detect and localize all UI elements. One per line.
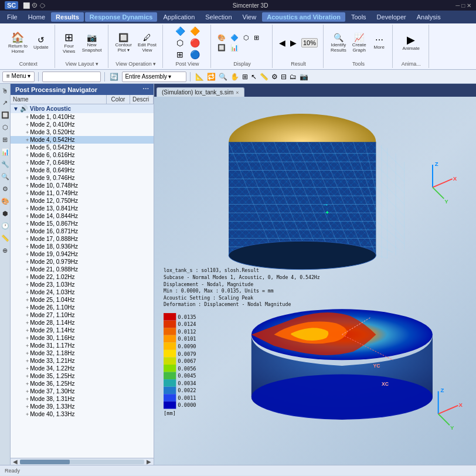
- tree-item[interactable]: +Mode 13, 0.841Hz: [11, 205, 154, 212]
- tree-root-item[interactable]: ▼ 🔊 Vibro Acoustic: [11, 104, 154, 113]
- prev-result-btn[interactable]: ◀: [277, 38, 287, 48]
- disp6[interactable]: 📊: [229, 43, 240, 52]
- navigator-tree[interactable]: ▼ 🔊 Vibro Acoustic +Mode 1, 0.410Hz+Mode…: [11, 104, 154, 458]
- tree-item[interactable]: +Mode 10, 0.748Hz: [11, 182, 154, 189]
- display-btn2[interactable]: ⬡: [174, 38, 187, 48]
- tree-item[interactable]: +Mode 16, 0.871Hz: [11, 227, 154, 235]
- left-ruler-icon[interactable]: 📏: [0, 233, 11, 243]
- tree-item[interactable]: +Mode 3, 0.520Hz: [11, 128, 154, 136]
- tree-item[interactable]: +Mode 29, 1.14Hz: [11, 327, 154, 334]
- disp2[interactable]: 🔷: [229, 33, 240, 42]
- tree-item[interactable]: +Mode 15, 0.867Hz: [11, 220, 154, 227]
- left-gear-icon[interactable]: ⚙: [1, 184, 9, 194]
- left-arrow-icon[interactable]: ↗: [1, 98, 9, 108]
- toolbar-icon1[interactable]: 🔄: [108, 72, 120, 81]
- toolbar-pan-icon[interactable]: ✋: [229, 72, 240, 81]
- nav-scroll-left[interactable]: ◀: [13, 458, 18, 465]
- tree-item[interactable]: +Mode 37, 1.30Hz: [11, 387, 154, 395]
- animate-button[interactable]: ▶ Animate: [400, 33, 422, 52]
- left-settings-icon[interactable]: 🔧: [0, 159, 11, 169]
- tree-item[interactable]: +Mode 24, 1.03Hz: [11, 288, 154, 296]
- toolbar-rotate-icon[interactable]: 🔁: [206, 72, 217, 81]
- toolbar-measure-icon[interactable]: 📏: [259, 72, 270, 81]
- disp4[interactable]: ⊞: [252, 33, 261, 42]
- tree-item[interactable]: +Mode 23, 1.03Hz: [11, 281, 154, 288]
- tree-item[interactable]: +Mode 30, 1.16Hz: [11, 334, 154, 342]
- menu-item-developer[interactable]: Developer: [372, 12, 411, 22]
- tree-item[interactable]: +Mode 9, 0.746Hz: [11, 174, 154, 182]
- menu-item-file[interactable]: File: [2, 12, 22, 22]
- display-btn3[interactable]: ⊞: [174, 49, 187, 60]
- menu-item-selection[interactable]: Selection: [200, 12, 236, 22]
- contour-plot-button[interactable]: 🔲 ContourPlot ▾: [113, 32, 134, 54]
- left-box-icon[interactable]: 🔲: [0, 110, 11, 120]
- toolbar-camera-icon[interactable]: 📷: [298, 72, 310, 81]
- menu-button[interactable]: ≡ Menu ▾: [2, 72, 35, 82]
- tree-item[interactable]: +Mode 35, 1.25Hz: [11, 372, 154, 380]
- left-hex-icon[interactable]: ⬢: [1, 209, 9, 219]
- tree-item[interactable]: +Mode 1, 0.410Hz: [11, 113, 154, 121]
- left-cursor-icon[interactable]: 🖱: [1, 86, 9, 96]
- simulation-tab[interactable]: (Simulation) lox_tank_s.sim ×: [157, 87, 244, 97]
- tree-item[interactable]: +Mode 19, 0.942Hz: [11, 250, 154, 258]
- tree-item[interactable]: +Mode 39, 1.33Hz: [11, 403, 154, 410]
- left-paint-icon[interactable]: 🎨: [0, 196, 11, 206]
- tree-item[interactable]: +Mode 7, 0.648Hz: [11, 159, 154, 166]
- create-graph-button[interactable]: 📈 CreateGraph: [350, 32, 369, 54]
- toolbar-select-icon[interactable]: ↖: [250, 72, 258, 81]
- tree-item[interactable]: +Mode 36, 1.25Hz: [11, 380, 154, 387]
- toolbar-layer-icon[interactable]: 🗂: [288, 72, 298, 81]
- display-btn6[interactable]: 🔵: [188, 49, 202, 60]
- tree-item[interactable]: +Mode 4, 0.542Hz: [11, 136, 154, 144]
- nav-scroll-right[interactable]: ▶: [147, 458, 151, 465]
- tree-item[interactable]: +Mode 6, 0.616Hz: [11, 151, 154, 159]
- assembly-dropdown[interactable]: Entire Assembly ▾: [122, 72, 186, 82]
- left-plus-icon[interactable]: ⊕: [1, 246, 9, 256]
- tree-item[interactable]: +Mode 40, 1.33Hz: [11, 410, 154, 418]
- left-search-icon[interactable]: 🔍: [0, 172, 11, 182]
- left-clock-icon[interactable]: 🕐: [0, 221, 11, 231]
- tree-item[interactable]: +Mode 26, 1.10Hz: [11, 304, 154, 311]
- menu-item-tools[interactable]: Tools: [346, 12, 371, 22]
- toolbar-snap-icon[interactable]: 📐: [194, 72, 205, 81]
- tree-item[interactable]: +Mode 38, 1.31Hz: [11, 395, 154, 403]
- menu-item-application[interactable]: Application: [158, 12, 199, 22]
- disp5[interactable]: 🔲: [216, 43, 227, 52]
- toolbar-grid-icon[interactable]: ⊟: [280, 72, 288, 81]
- tree-item[interactable]: +Mode 25, 1.04Hz: [11, 296, 154, 304]
- tree-item[interactable]: +Mode 11, 0.749Hz: [11, 189, 154, 197]
- display-btn1[interactable]: 🔷: [174, 26, 187, 36]
- tree-item[interactable]: +Mode 5, 0.542Hz: [11, 144, 154, 151]
- tree-item[interactable]: +Mode 18, 0.936Hz: [11, 243, 154, 250]
- menu-item-view[interactable]: View: [238, 12, 261, 22]
- next-result-btn[interactable]: ▶: [288, 38, 298, 48]
- more-button[interactable]: ⋯ More: [370, 35, 389, 51]
- toolbar-fit-icon[interactable]: ⊞: [241, 72, 249, 81]
- tree-item[interactable]: +Mode 33, 1.21Hz: [11, 357, 154, 365]
- tree-item[interactable]: +Mode 31, 1.17Hz: [11, 342, 154, 349]
- new-snapshot-button[interactable]: 📷 NewSnapshot: [80, 32, 104, 54]
- left-grid-icon[interactable]: ⊞: [1, 135, 9, 145]
- tree-item[interactable]: +Mode 8, 0.649Hz: [11, 166, 154, 174]
- left-chart-icon[interactable]: 📊: [0, 147, 11, 157]
- tree-item[interactable]: +Mode 22, 1.02Hz: [11, 273, 154, 281]
- menu-item-results[interactable]: Results: [51, 12, 84, 22]
- menu-item-analysis[interactable]: Analysis: [412, 12, 446, 22]
- disp3[interactable]: ⬡: [242, 33, 251, 42]
- pct-result-btn[interactable]: 10%: [300, 38, 319, 48]
- disp1[interactable]: 🎨: [216, 33, 227, 42]
- left-mesh-icon[interactable]: ⬡: [1, 123, 9, 132]
- update-button[interactable]: ↺ Update: [31, 35, 51, 51]
- edit-post-view-button[interactable]: 🖊 Edit PostView: [135, 32, 159, 54]
- display-btn5[interactable]: 🔴: [188, 38, 202, 48]
- menu-item-acoustics[interactable]: Acoustics and Vibration: [262, 12, 345, 22]
- tree-item[interactable]: +Mode 21, 0.988Hz: [11, 266, 154, 273]
- window-buttons[interactable]: ─ □ ✕: [455, 2, 471, 9]
- four-views-button[interactable]: ⊞ FourViews: [60, 31, 79, 55]
- menu-item-home[interactable]: Home: [23, 12, 50, 22]
- tree-item[interactable]: +Mode 32, 1.18Hz: [11, 349, 154, 357]
- navigator-controls[interactable]: ⋯: [142, 86, 149, 93]
- toolbar-settings-icon[interactable]: ⚙: [270, 72, 279, 81]
- tree-item[interactable]: +Mode 12, 0.750Hz: [11, 197, 154, 205]
- toolbar-zoom-icon[interactable]: 🔍: [217, 72, 229, 81]
